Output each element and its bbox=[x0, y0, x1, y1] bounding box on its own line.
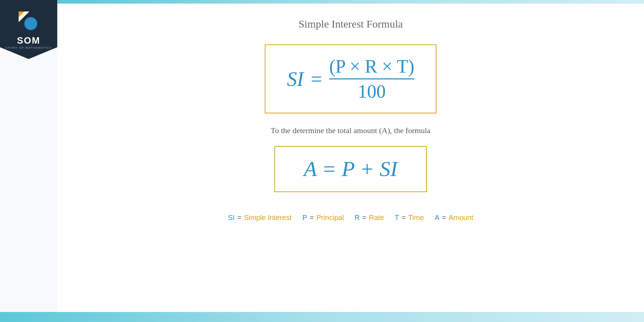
top-stripe bbox=[57, 0, 644, 4]
legend-def-p: Principal bbox=[316, 214, 344, 222]
legend-item-r: R = Rate bbox=[355, 214, 384, 222]
si-formula-box: SI = (P × R × T) 100 bbox=[265, 44, 436, 113]
legend-var-t: T bbox=[395, 214, 399, 222]
legend-item-p: P = Principal bbox=[302, 214, 344, 222]
formula-fraction: (P × R × T) 100 bbox=[329, 56, 414, 102]
legend-var-p: P bbox=[302, 214, 307, 222]
description-text: To the determine the total amount (A), t… bbox=[271, 126, 430, 135]
legend-eq-si: = bbox=[237, 214, 241, 222]
legend-eq-a: = bbox=[442, 214, 446, 222]
legend-eq-r: = bbox=[362, 214, 366, 222]
legend-var-si: SI bbox=[228, 214, 235, 222]
legend-item-si: SI = Simple Interest bbox=[228, 214, 292, 222]
legend-item-a: A = Amount bbox=[435, 214, 473, 222]
logo-text-sub: STORY OF MATHEMATICS bbox=[5, 46, 52, 49]
legend-def-r: Rate bbox=[369, 214, 384, 222]
formula-si-lhs: SI bbox=[287, 68, 304, 91]
bottom-stripe bbox=[0, 312, 644, 322]
formula-equals-sign: = bbox=[311, 68, 322, 91]
svg-point-1 bbox=[24, 17, 37, 30]
main-content: Simple Interest Formula SI = (P × R × T)… bbox=[57, 4, 644, 312]
legend-def-t: Time bbox=[408, 214, 424, 222]
amount-formula-text: A = P + SI bbox=[304, 157, 397, 181]
legend: SI = Simple InterestP = PrincipalR = Rat… bbox=[228, 214, 473, 222]
som-logo-icon bbox=[17, 10, 40, 33]
logo-text-som: SOM bbox=[17, 35, 40, 46]
page-title: Simple Interest Formula bbox=[298, 18, 403, 30]
legend-eq-p: = bbox=[309, 214, 314, 222]
legend-var-r: R bbox=[355, 214, 360, 222]
legend-eq-t: = bbox=[401, 214, 406, 222]
logo-banner: SOM STORY OF MATHEMATICS bbox=[0, 0, 57, 59]
amount-formula-content: A = P + SI bbox=[304, 157, 397, 181]
fraction-numerator: (P × R × T) bbox=[329, 56, 414, 79]
si-formula-content: SI = (P × R × T) 100 bbox=[287, 56, 414, 102]
legend-def-si: Simple Interest bbox=[244, 214, 292, 222]
legend-item-t: T = Time bbox=[395, 214, 424, 222]
legend-var-a: A bbox=[435, 214, 439, 222]
fraction-denominator: 100 bbox=[358, 81, 386, 102]
legend-def-a: Amount bbox=[449, 214, 473, 222]
amount-formula-box: A = P + SI bbox=[274, 146, 427, 192]
